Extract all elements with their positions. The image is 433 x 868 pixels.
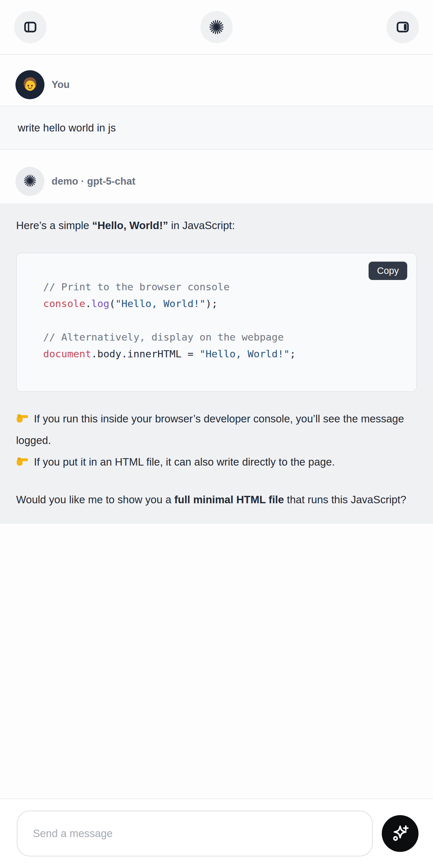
model-name: demo · gpt-5-chat [52, 176, 135, 187]
user-turn-header: You [0, 70, 433, 99]
assistant-turn-header: demo · gpt-5-chat [0, 167, 433, 196]
sparkles-icon [390, 823, 410, 844]
person-emoji-icon [20, 74, 40, 96]
pointing-hand-emoji [16, 456, 28, 467]
assistant-tips-text: If you run this inside your browser’s de… [16, 408, 417, 473]
send-button[interactable] [382, 815, 419, 852]
copy-button[interactable]: Copy [369, 261, 407, 280]
starburst-logo-icon [208, 19, 225, 35]
user-message: write hello world in js [0, 106, 433, 150]
chat-scroll-area[interactable]: You write hello world in js [0, 70, 433, 524]
code-content: // Print to the browser console console.… [17, 253, 416, 391]
user-message-text: write hello world in js [18, 122, 116, 134]
top-bar [0, 0, 433, 55]
assistant-message: Here’s a simple “Hello, World!” in JavaS… [0, 203, 433, 524]
assistant-intro-text: Here’s a simple “Hello, World!” in JavaS… [16, 215, 417, 236]
assistant-question-text: Would you like me to show you a full min… [16, 489, 417, 510]
code-lines: // Print to the browser console console.… [43, 281, 296, 360]
pointing-hand-emoji [16, 413, 28, 424]
message-input[interactable] [17, 811, 373, 857]
panel-toggle-button[interactable] [386, 11, 419, 43]
user-avatar [16, 70, 44, 99]
composer-bar [0, 798, 433, 868]
sidebar-toggle-button[interactable] [14, 11, 47, 43]
code-block: Copy // Print to the browser console con… [16, 253, 417, 392]
user-name: You [52, 79, 70, 91]
assistant-avatar [16, 167, 44, 196]
starburst-icon [23, 174, 37, 189]
panel-right-icon [394, 19, 411, 35]
app-logo-button[interactable] [200, 11, 233, 43]
panel-left-icon [22, 19, 39, 35]
